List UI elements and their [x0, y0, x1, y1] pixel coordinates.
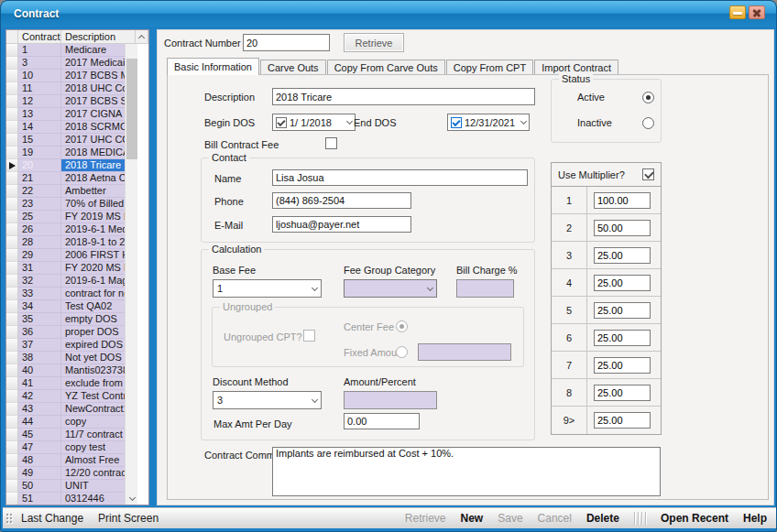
row-selector[interactable]: [6, 364, 18, 377]
row-selector[interactable]: [6, 82, 18, 95]
scroll-up-icon[interactable]: [136, 30, 148, 44]
table-row[interactable]: 40Mantis0237382Te: [6, 364, 125, 377]
table-row[interactable]: 22Ambetter: [6, 185, 125, 198]
row-selector[interactable]: [6, 313, 18, 326]
table-row[interactable]: 510312446: [6, 493, 125, 505]
table-row[interactable]: 4912/20 contract: [6, 467, 125, 480]
multiplier-value-input[interactable]: [594, 192, 651, 209]
new-button[interactable]: New: [461, 512, 484, 525]
row-selector[interactable]: [6, 275, 18, 288]
table-row[interactable]: 50UNIT: [6, 480, 125, 493]
row-selector[interactable]: [6, 70, 18, 82]
fixed-amount-radio[interactable]: [396, 346, 408, 358]
table-row[interactable]: 142018 SCRMC Emp: [6, 121, 125, 134]
row-selector[interactable]: [6, 211, 18, 223]
contact-email-input[interactable]: [272, 216, 411, 233]
multiplier-value-input[interactable]: [594, 412, 651, 429]
table-row[interactable]: 36proper DOS: [6, 326, 125, 339]
table-row[interactable]: 102017 BCBS MS: [6, 70, 125, 82]
contract-list-scrollbar[interactable]: [125, 44, 137, 505]
table-row[interactable]: 1Medicare: [6, 44, 125, 57]
open-recent-button[interactable]: Open Recent: [661, 512, 728, 525]
help-button[interactable]: Help: [743, 512, 767, 525]
base-fee-dropdown[interactable]: 1: [213, 279, 322, 298]
contract-column-header[interactable]: Contract: [18, 30, 61, 44]
table-row[interactable]: 282018-9-1 to 2019-8: [6, 236, 125, 249]
fee-group-category-dropdown[interactable]: [344, 279, 437, 298]
multiplier-value-input[interactable]: [594, 385, 651, 401]
end-dos-datepicker[interactable]: 12/31/2021: [447, 114, 530, 131]
table-row[interactable]: 43NewContract11-6: [6, 403, 125, 416]
row-selector[interactable]: [6, 326, 18, 339]
end-dos-checkbox[interactable]: [451, 117, 462, 128]
table-row[interactable]: 35empty DOS: [6, 313, 125, 326]
table-row[interactable]: 122017 BCBS STAT: [6, 95, 125, 108]
begin-dos-checkbox[interactable]: [276, 117, 287, 128]
table-row[interactable]: 202018 Tricare: [6, 159, 125, 172]
multiplier-value-input[interactable]: [594, 275, 651, 291]
scroll-down-icon[interactable]: [126, 492, 138, 505]
table-row[interactable]: 212018 Aetna Comm: [6, 172, 125, 185]
table-row[interactable]: 152017 UHC COMM: [6, 134, 125, 147]
table-row[interactable]: 112018 UHC Comme: [6, 82, 125, 95]
row-selector[interactable]: [6, 185, 18, 198]
contact-name-input[interactable]: [272, 169, 528, 186]
row-selector[interactable]: [6, 429, 18, 441]
table-row[interactable]: 322019-6-1 Magnolia: [6, 275, 125, 288]
row-selector[interactable]: [6, 416, 18, 429]
begin-dos-datepicker[interactable]: 1/ 1/2018: [272, 114, 356, 131]
ungrouped-cpt-checkbox[interactable]: [303, 330, 315, 342]
table-row[interactable]: 25FY 2019 MS Breas: [6, 211, 125, 223]
tab-copy-from-carve-outs[interactable]: Copy From Carve Outs: [327, 60, 445, 75]
row-selector[interactable]: [6, 121, 18, 134]
row-selector[interactable]: [6, 147, 18, 159]
row-selector[interactable]: [6, 249, 18, 262]
row-selector[interactable]: [6, 223, 18, 236]
table-row[interactable]: 33contract for new d: [6, 288, 125, 300]
row-selector[interactable]: [6, 300, 18, 313]
multiplier-value-input[interactable]: [594, 220, 651, 236]
table-row[interactable]: 31FY 2020 MS Breas: [6, 262, 125, 275]
tab-basic-information[interactable]: Basic Information: [167, 58, 259, 75]
table-row[interactable]: 292006 FIRST HEAL: [6, 249, 125, 262]
row-selector[interactable]: [6, 198, 18, 211]
row-selector[interactable]: [6, 288, 18, 300]
retrieve-button[interactable]: Retrieve: [344, 33, 404, 52]
contact-phone-input[interactable]: [272, 192, 411, 209]
multiplier-value-input[interactable]: [594, 357, 651, 374]
row-selector[interactable]: [6, 454, 18, 467]
multiplier-value-input[interactable]: [594, 302, 651, 319]
row-selector[interactable]: [6, 95, 18, 108]
tab-carve-outs[interactable]: Carve Outs: [260, 60, 326, 75]
use-multiplier-checkbox[interactable]: [642, 168, 654, 180]
row-selector[interactable]: [6, 57, 18, 70]
row-selector[interactable]: [6, 377, 18, 390]
contract-number-input[interactable]: [243, 34, 330, 51]
table-row[interactable]: 42YZ Test Contract: [6, 390, 125, 403]
discount-method-dropdown[interactable]: 3: [213, 391, 322, 409]
table-row[interactable]: 44copy: [6, 416, 125, 429]
row-selector[interactable]: [6, 480, 18, 493]
row-selector[interactable]: [6, 108, 18, 121]
row-selector[interactable]: [6, 467, 18, 480]
max-amt-per-day-input[interactable]: [344, 413, 420, 429]
row-selector[interactable]: [6, 134, 18, 147]
row-selector[interactable]: [6, 493, 18, 505]
chevron-down-icon[interactable]: [346, 118, 353, 125]
bill-contract-fee-checkbox[interactable]: [325, 137, 337, 149]
row-selector[interactable]: [6, 236, 18, 249]
inactive-radio[interactable]: [642, 117, 654, 129]
close-icon[interactable]: [749, 5, 765, 19]
table-row[interactable]: 4511/7 contract: [6, 429, 125, 441]
last-change-button[interactable]: Last Change: [21, 512, 83, 525]
print-screen-button[interactable]: Print Screen: [98, 512, 159, 525]
multiplier-value-input[interactable]: [594, 247, 651, 264]
table-row[interactable]: 41exclude from max: [6, 377, 125, 390]
center-fee-radio[interactable]: [396, 320, 408, 332]
row-selector[interactable]: [6, 403, 18, 416]
minimize-icon[interactable]: [729, 5, 746, 19]
active-radio[interactable]: [642, 92, 654, 103]
table-row[interactable]: 48Almost Free: [6, 454, 125, 467]
description-input[interactable]: [272, 88, 535, 105]
table-row[interactable]: 38Not yet DOS: [6, 352, 125, 364]
